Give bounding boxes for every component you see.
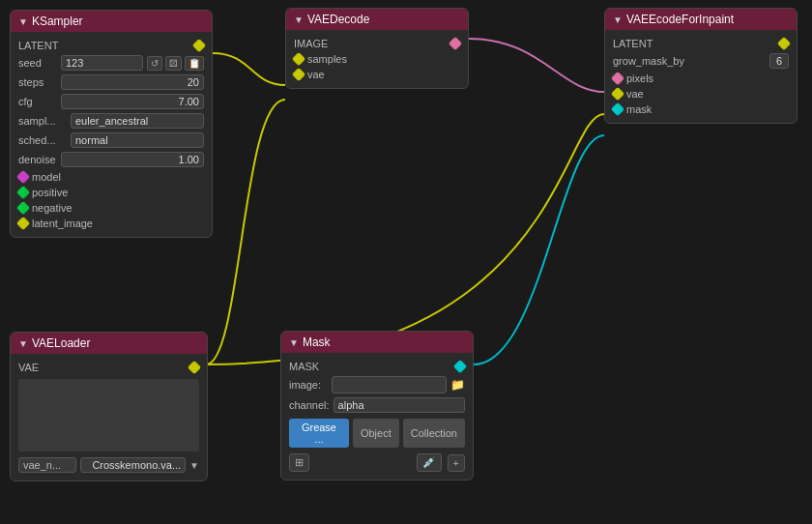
vaeencode-mask-socket[interactable] [611, 102, 624, 116]
vaedecode-header[interactable]: ▼ VAEDecode [286, 9, 468, 30]
ksampler-latent-output-row: LATENT [11, 38, 212, 53]
vaedecode-vae-label: vae [307, 69, 325, 80]
mask-bottom-icons-row: ⊞ 💉 + [281, 451, 473, 474]
ksampler-negative-row: negative [11, 200, 212, 216]
ksampler-collapse-icon[interactable]: ▼ [18, 16, 28, 27]
ksampler-sampler-row: sampl... euler_ancestral [11, 111, 212, 131]
ksampler-positive-socket[interactable] [16, 186, 30, 199]
mask-grease-button[interactable]: Grease ... [289, 419, 349, 448]
vaedecode-image-label: IMAGE [294, 38, 328, 49]
vaeloader-collapse-icon[interactable]: ▼ [18, 338, 28, 349]
mask-object-button[interactable]: Object [353, 419, 399, 448]
ksampler-steps-label: steps [18, 76, 57, 88]
vaeloader-bottom-row: vae_n... Crosskemono.va... ▼ [11, 455, 207, 475]
vaedecode-collapse-icon[interactable]: ▼ [294, 15, 304, 25]
vaeloader-vae-label: VAE [18, 362, 39, 373]
vaedecode-vae-socket[interactable] [292, 68, 305, 81]
ksampler-latent-in-socket[interactable] [16, 217, 30, 230]
ksampler-seed-input[interactable] [61, 55, 143, 71]
vaeloader-vae-socket[interactable] [188, 361, 201, 374]
vaedecode-node: ▼ VAEDecode IMAGE samples vae [285, 8, 469, 89]
ksampler-latent-socket[interactable] [192, 39, 206, 52]
ksampler-cfg-row: cfg [11, 92, 212, 111]
mask-title: Mask [303, 335, 465, 349]
mask-collapse-icon[interactable]: ▼ [289, 337, 299, 348]
ksampler-negative-socket[interactable] [16, 201, 30, 215]
vaeencode-title: VAEEcodeForInpaint [626, 13, 789, 26]
ksampler-model-socket[interactable] [16, 170, 30, 184]
vaeencode-body: LATENT grow_mask_by 6 pixels vae mask [605, 30, 797, 123]
vaeencode-pixels-socket[interactable] [611, 72, 624, 85]
ksampler-scheduler-label: sched... [18, 134, 67, 146]
vaeencode-latent-label: LATENT [613, 38, 652, 49]
vaeloader-vae-name: vae_n... [18, 457, 76, 473]
ksampler-node: ▼ KSampler LATENT seed ↺ ⚄ 📋 steps cfg [10, 10, 213, 238]
vaeloader-node: ▼ VAELoader VAE vae_n... Crosskemono.va.… [10, 332, 208, 481]
vaedecode-vae-row: vae [286, 67, 468, 82]
ksampler-steps-input[interactable] [61, 74, 204, 90]
vaedecode-body: IMAGE samples vae [286, 30, 468, 88]
vaeloader-dropdown-icon[interactable]: ▼ [189, 460, 199, 471]
mask-mask-socket[interactable] [453, 360, 467, 373]
ksampler-cfg-label: cfg [18, 96, 57, 107]
ksampler-seed-dice[interactable]: ⚄ [165, 56, 182, 71]
mask-channel-row: channel: alpha red green blue [281, 395, 473, 415]
ksampler-scheduler-select[interactable]: normal [71, 132, 204, 148]
vaedecode-samples-row: samples [286, 51, 468, 67]
mask-body: MASK image: 📁 channel: alpha red green b… [281, 353, 473, 480]
vaeencode-latent-output-row: LATENT [605, 36, 797, 51]
vaeencode-vae-socket[interactable] [611, 87, 624, 101]
vaeloader-preview [18, 379, 199, 451]
vaedecode-image-socket[interactable] [449, 37, 462, 50]
vaeloader-vae-output-row: VAE [11, 360, 207, 375]
mask-plus-icon[interactable]: + [448, 454, 465, 472]
ksampler-denoise-input[interactable] [61, 152, 204, 167]
ksampler-model-label: model [32, 171, 61, 183]
ksampler-sampler-label: sampl... [18, 115, 67, 127]
mask-node: ▼ Mask MASK image: 📁 channel: alpha red … [280, 331, 474, 480]
mask-channel-select[interactable]: alpha red green blue [334, 397, 465, 413]
ksampler-header[interactable]: ▼ KSampler [11, 11, 212, 32]
vaeencode-collapse-icon[interactable]: ▼ [613, 15, 623, 25]
ksampler-denoise-label: denoise [18, 154, 57, 165]
ksampler-denoise-row: denoise [11, 150, 212, 169]
vaeencode-pixels-label: pixels [626, 73, 653, 84]
ksampler-positive-label: positive [32, 187, 68, 198]
ksampler-seed-icons: ↺ ⚄ 📋 [147, 56, 204, 71]
vaeloader-header[interactable]: ▼ VAELoader [11, 333, 207, 354]
vaedecode-image-output-row: IMAGE [286, 36, 468, 51]
vaedecode-samples-socket[interactable] [292, 52, 305, 66]
mask-grid-icon[interactable]: ⊞ [289, 453, 309, 472]
vaeencode-mask-row: mask [605, 102, 797, 117]
vaeencode-vae-label: vae [626, 88, 644, 100]
vaeencode-vae-row: vae [605, 86, 797, 102]
ksampler-latent-in-row: latent_image [11, 216, 212, 231]
ksampler-seed-clip[interactable]: 📋 [185, 56, 204, 71]
ksampler-latent-in-label: latent_image [32, 218, 93, 229]
vaeloader-vae-file: Crosskemono.va... [80, 457, 186, 473]
ksampler-sampler-select[interactable]: euler_ancestral [71, 113, 204, 129]
mask-folder-icon[interactable]: 📁 [450, 378, 465, 392]
vaeencode-pixels-row: pixels [605, 71, 797, 86]
vaeencode-header[interactable]: ▼ VAEEcodeForInpaint [605, 9, 797, 30]
mask-image-input[interactable] [332, 376, 447, 393]
ksampler-seed-label: seed [18, 57, 57, 69]
mask-collection-button[interactable]: Collection [403, 419, 465, 448]
mask-dropper-icon[interactable]: 💉 [417, 453, 442, 472]
vaedecode-title: VAEDecode [307, 13, 460, 26]
ksampler-latent-label: LATENT [18, 40, 58, 51]
mask-image-row: image: 📁 [281, 374, 473, 395]
vaeencode-latent-socket[interactable] [777, 37, 791, 50]
ksampler-seed-refresh[interactable]: ↺ [147, 56, 162, 71]
ksampler-cfg-input[interactable] [61, 94, 204, 109]
vaeloader-body: VAE vae_n... Crosskemono.va... ▼ [11, 354, 207, 480]
ksampler-steps-row: steps [11, 73, 212, 92]
ksampler-body: LATENT seed ↺ ⚄ 📋 steps cfg sampl... [11, 32, 212, 237]
vaeencode-node: ▼ VAEEcodeForInpaint LATENT grow_mask_by… [604, 8, 798, 124]
mask-mask-label: MASK [289, 361, 319, 372]
ksampler-model-row: model [11, 169, 212, 185]
mask-image-label: image: [289, 379, 328, 391]
mask-header[interactable]: ▼ Mask [281, 332, 473, 353]
vaeencode-grow-row: grow_mask_by 6 [605, 51, 797, 71]
mask-mask-output-row: MASK [281, 359, 473, 374]
